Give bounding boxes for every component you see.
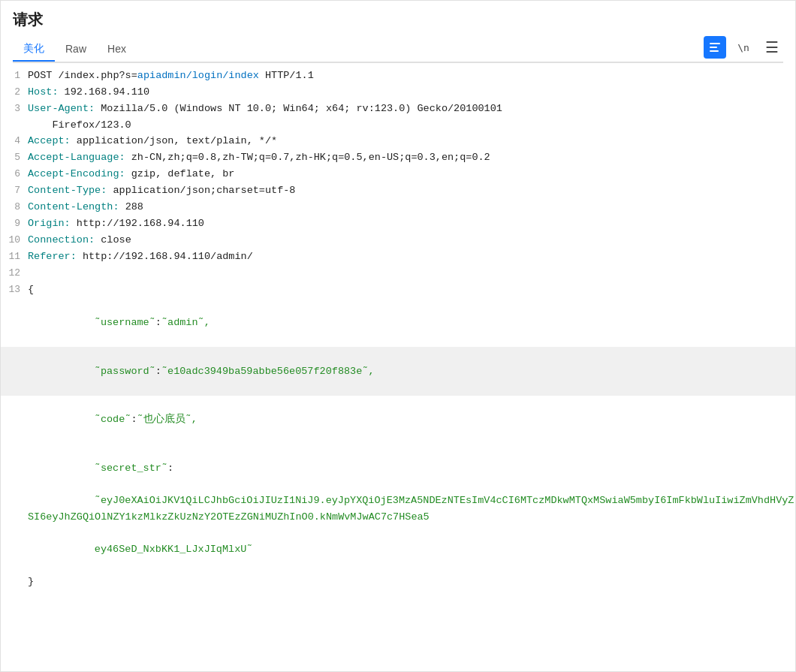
line-num-13: 13 (1, 282, 28, 298)
line-num-2: 2 (1, 84, 28, 101)
json-field-password: ˜password˜:˜e10adc3949ba59abbe56e057f20f… (1, 347, 795, 396)
json-field-code: ˜code˜:˜也心底员˜, (1, 396, 795, 444)
line-num-close (1, 574, 28, 574)
line-content-11: Referer: http://192.168.94.110/admin/ (28, 249, 795, 265)
svg-rect-0 (710, 43, 720, 44)
code-line-11: 11 Referer: http://192.168.94.110/admin/ (1, 249, 795, 265)
line-num-3: 3 (1, 101, 28, 117)
line-num-8: 8 (1, 199, 28, 215)
format-icon[interactable] (704, 36, 726, 59)
tab-raw[interactable]: Raw (55, 38, 97, 61)
line-content-7: Content-Type: application/json;charset=u… (28, 182, 795, 199)
line-content-6: Accept-Encoding: gzip, deflate, br (28, 166, 795, 182)
line-num-5: 5 (1, 149, 28, 166)
line-num-code (1, 396, 28, 396)
code-line-10: 10 Connection: close (1, 232, 795, 249)
tab-actions: \n ☰ (704, 36, 783, 62)
code-line-13: 13 { (1, 282, 795, 298)
code-line-6: 6 Accept-Encoding: gzip, deflate, br (1, 166, 795, 182)
line-num-secret-str (1, 444, 28, 445)
line-content-password: ˜password˜:˜e10adc3949ba59abbe56e057f20f… (28, 347, 795, 396)
json-field-username: ˜username˜:˜admin˜, (1, 298, 795, 347)
line-content-2: Host: 192.168.94.110 (28, 84, 795, 101)
code-line-9: 9 Origin: http://192.168.94.110 (1, 215, 795, 232)
line-content-10: Connection: close (28, 232, 795, 249)
code-content: 1 POST /index.php?s=apiadmin/login/index… (1, 63, 795, 595)
line-content-username: ˜username˜:˜admin˜, (28, 298, 795, 347)
menu-icon[interactable]: ☰ (761, 36, 783, 59)
tab-hex[interactable]: Hex (97, 38, 137, 61)
json-field-secret-str: ˜secret_str˜: ˜eyJ0eXAiOiJKV1QiLCJhbGciO… (1, 444, 795, 574)
code-line-5: 5 Accept-Language: zh-CN,zh;q=0.8,zh-TW;… (1, 149, 795, 166)
line-num-9: 9 (1, 215, 28, 232)
svg-rect-2 (710, 50, 719, 52)
line-content-code: ˜code˜:˜也心底员˜, (28, 396, 795, 444)
code-line-2: 2 Host: 192.168.94.110 (1, 84, 795, 101)
line-content-8: Content-Length: 288 (28, 199, 795, 215)
line-content-secret-str: ˜secret_str˜: ˜eyJ0eXAiOiJKV1QiLCJhbGciO… (28, 444, 795, 574)
tabs-row: 美化 Raw Hex \n ☰ (13, 36, 783, 63)
svg-rect-1 (710, 47, 717, 48)
code-line-12: 12 (1, 265, 795, 282)
line-content-close: } (28, 574, 795, 590)
line-num-7: 7 (1, 182, 28, 199)
line-content-4: Accept: application/json, text/plain, */… (28, 133, 795, 149)
tab-beautify[interactable]: 美化 (13, 38, 55, 62)
line-num-10: 10 (1, 232, 28, 249)
code-line-1: 1 POST /index.php?s=apiadmin/login/index… (1, 68, 795, 84)
line-num-password (1, 347, 28, 348)
code-line-8: 8 Content-Length: 288 (1, 199, 795, 215)
main-panel: 请求 美化 Raw Hex \n ☰ 1 POST /index. (0, 0, 796, 672)
line-num-1: 1 (1, 68, 28, 84)
line-num-4: 4 (1, 133, 28, 149)
line-content-1: POST /index.php?s=apiadmin/login/index H… (28, 68, 795, 84)
line-content-3: User-Agent: Mozilla/5.0 (Windows NT 10.0… (28, 101, 795, 133)
line-num-11: 11 (1, 249, 28, 265)
code-line-7: 7 Content-Type: application/json;charset… (1, 182, 795, 199)
code-line-3: 3 User-Agent: Mozilla/5.0 (Windows NT 10… (1, 101, 795, 133)
line-content-12 (28, 265, 795, 282)
line-num-username (1, 298, 28, 299)
panel-header: 请求 美化 Raw Hex \n ☰ (1, 1, 795, 63)
line-num-6: 6 (1, 166, 28, 182)
code-line-4: 4 Accept: application/json, text/plain, … (1, 133, 795, 149)
page-title: 请求 (13, 10, 783, 30)
line-content-13: { (28, 282, 795, 298)
json-brace-close: } (1, 574, 795, 590)
newline-icon[interactable]: \n (732, 36, 755, 59)
line-num-12: 12 (1, 265, 28, 282)
line-content-9: Origin: http://192.168.94.110 (28, 215, 795, 232)
line-content-5: Accept-Language: zh-CN,zh;q=0.8,zh-TW;q=… (28, 149, 795, 166)
